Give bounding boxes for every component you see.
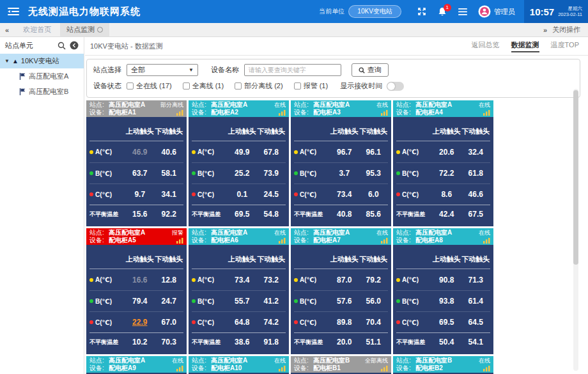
device-label: 设备:	[89, 237, 109, 244]
sidebar-search-icon[interactable]	[58, 42, 66, 50]
tree-node-room-b[interactable]: 高压配电室B	[0, 84, 84, 99]
temp-value: 92.2	[155, 210, 184, 219]
menu-icon[interactable]	[458, 8, 467, 15]
view-tab-temp-top[interactable]: 温度TOP	[551, 40, 579, 52]
scrollbar-track[interactable]	[573, 89, 578, 371]
card-body: 上动触头下动触头A(℃)46.940.6B(℃)63.758.1C(℃)9.73…	[86, 117, 187, 226]
phase-b-dot	[294, 299, 298, 303]
tab-refresh-icon[interactable]	[97, 27, 103, 33]
device-name: 配电柜B1	[313, 364, 341, 372]
device-label: 设备:	[89, 109, 109, 116]
card-phase-row: C(℃)22.967.0	[89, 311, 183, 332]
view-tab-data-monitor[interactable]: 数据监测	[511, 40, 539, 52]
menu-fold-icon[interactable]	[8, 7, 19, 16]
card-header: 站点:高压配电室A在线设备:配电柜A2	[189, 100, 289, 117]
checkbox-icon[interactable]	[183, 82, 190, 90]
phase-label: A(℃)	[95, 148, 112, 155]
temp-value: 91.8	[257, 338, 286, 347]
site-select[interactable]: 全部 ▼	[127, 64, 198, 76]
card-diff-row: 不平衡温差69.554.8	[192, 205, 286, 223]
checkbox-icon[interactable]	[294, 82, 301, 90]
phase-label: C(℃)	[402, 191, 419, 198]
close-operations-button[interactable]: 关闭操作	[552, 25, 580, 35]
phase-label: B(℃)	[95, 298, 112, 305]
signal-icon	[381, 110, 388, 116]
device-card[interactable]: 站点:高压配电室A在线设备:配电柜A2上动触头下动触头A(℃)49.967.8B…	[189, 100, 289, 226]
status-checkbox[interactable]: 全离线 (1)	[183, 81, 224, 91]
tree-child-label: 高压配电室B	[29, 87, 68, 97]
sidebar: 站点单元 ▼ ▲ 10KV变电站 高压配电室A 高压配电室B	[0, 37, 84, 374]
device-card[interactable]: 站点:高压配电室A在线设备:配电柜A3上动触头下动触头A(℃)96.796.1B…	[291, 100, 391, 226]
site-label: 站点:	[192, 357, 211, 364]
fullscreen-icon[interactable]	[417, 7, 426, 16]
card-header: 站点:高压配电室A在线设备:配电柜A8	[393, 228, 493, 245]
temp-value: 64.8	[228, 318, 257, 327]
device-card[interactable]: 站点:高压配电室A报警设备:配电柜A5上动触头下动触头A(℃)16.612.8B…	[86, 228, 187, 354]
diff-label: 不平衡温差	[89, 338, 125, 347]
device-card[interactable]: 站点:高压配电室A在线设备:配电柜A4上动触头下动触头A(℃)20.632.4B…	[393, 100, 493, 226]
site-name: 高压配电室A	[415, 101, 452, 109]
device-card[interactable]: 站点:高压配电室A在线设备:配电柜A7上动触头下动触头A(℃)87.079.2B…	[291, 228, 391, 354]
checkbox-icon[interactable]	[127, 82, 134, 90]
checkbox-label: 部分离线 (2)	[244, 81, 283, 91]
checkbox-icon[interactable]	[235, 82, 242, 90]
column-header: 下动触头	[461, 127, 491, 136]
tree-node-room-a[interactable]: 高压配电室A	[0, 68, 84, 84]
device-card[interactable]: 站点:高压配电室A在线设备:配电柜A6上动触头下动触头A(℃)73.473.2B…	[189, 228, 289, 354]
phase-label: C(℃)	[300, 319, 316, 326]
show-receive-time-toggle[interactable]	[387, 82, 404, 91]
tree-expander-icon[interactable]: ▼	[4, 58, 10, 64]
device-status-label: 设备状态	[93, 81, 127, 91]
sidebar-collapse-icon[interactable]	[70, 41, 79, 50]
temp-value: 70.4	[359, 318, 389, 327]
device-card[interactable]: 站点:高压配电室A在线设备:配电柜A8上动触头下动触头A(℃)90.871.3B…	[393, 228, 493, 354]
column-header: 上动触头	[228, 127, 257, 136]
device-card[interactable]: 站点:高压配电室A在线设备:配电柜A9	[86, 356, 187, 374]
user-menu[interactable]: 管理员	[478, 5, 515, 18]
device-label: 设备:	[396, 364, 415, 372]
device-card[interactable]: 站点:高压配电室B全部离线设备:配电柜B1	[291, 356, 391, 374]
phase-label: B(℃)	[95, 170, 112, 177]
tree-node-root[interactable]: ▼ ▲ 10KV变电站	[0, 54, 84, 68]
date: 2023-02-11	[558, 12, 582, 17]
site-name: 高压配电室A	[211, 229, 247, 237]
scrollbar-thumb[interactable]	[573, 90, 578, 265]
device-name-input[interactable]	[244, 64, 341, 76]
tab-welcome[interactable]: 欢迎首页	[17, 23, 58, 36]
status-checkbox[interactable]: 全在线 (17)	[127, 81, 172, 91]
device-name: 配电柜A1	[109, 109, 136, 116]
card-diff-row: 不平衡温差40.885.6	[294, 205, 388, 223]
tab-site-monitor[interactable]: 站点监测	[60, 23, 109, 36]
diff-label: 不平衡温差	[89, 210, 125, 219]
toggle-knob[interactable]	[387, 82, 395, 90]
card-table-header: 上动触头下动触头	[192, 250, 286, 269]
site-name: 高压配电室B	[313, 357, 350, 364]
site-select-label: 站点选择	[93, 65, 127, 75]
phase-label: B(℃)	[197, 170, 214, 177]
search-button[interactable]: 查询	[352, 63, 389, 77]
current-unit-badge[interactable]: 10KV变电站	[348, 5, 401, 18]
notification-bell-icon[interactable]: 1	[438, 7, 447, 17]
card-table-header: 上动触头下动触头	[192, 122, 286, 141]
phase-a-dot	[396, 150, 400, 154]
device-card[interactable]: 站点:高压配电室A部分离线设备:配电柜A1上动触头下动触头A(℃)46.940.…	[86, 100, 187, 226]
device-label: 设备:	[396, 109, 415, 116]
signal-icon	[483, 366, 490, 371]
device-card[interactable]: 站点:高压配电室A在线设备:配电柜A10	[189, 356, 289, 374]
temp-value: 24.5	[257, 190, 286, 199]
phase-c-dot	[294, 320, 298, 324]
card-phase-row: A(℃)46.940.6	[89, 141, 183, 162]
site-label: 站点:	[294, 229, 313, 237]
device-card[interactable]: 站点:高压配电室B在线设备:配电柜B2	[393, 356, 493, 374]
tabs-scroll-left-icon[interactable]: «	[0, 26, 14, 34]
card-phase-row: B(℃)79.424.7	[89, 290, 183, 311]
temp-value: 38.6	[228, 338, 257, 347]
status-badge: 在线	[479, 229, 490, 237]
status-checkbox[interactable]: 部分离线 (2)	[235, 81, 283, 91]
view-tab-overview[interactable]: 返回总览	[472, 40, 500, 52]
tabs-scroll-right-icon[interactable]: »	[538, 26, 552, 34]
status-checkbox[interactable]: 报警 (1)	[294, 81, 329, 91]
temp-value: 9.7	[125, 190, 155, 199]
phase-label: C(℃)	[402, 319, 419, 326]
site-label: 站点:	[396, 357, 415, 364]
